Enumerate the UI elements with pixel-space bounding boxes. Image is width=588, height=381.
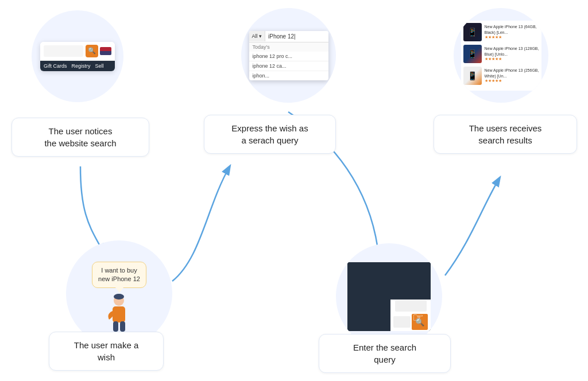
svg-rect-5 — [120, 321, 125, 332]
circle-autocomplete: All ▾ iPhone 12| Today's iphone 12 pro c… — [241, 8, 336, 103]
flag-icon — [100, 47, 111, 55]
autocomplete-suggestion-2: iphone 12 ca... — [249, 61, 328, 71]
product-image-2: 📱 — [463, 45, 482, 63]
search-input-visual — [44, 45, 83, 57]
product-stars-2: ★★★★★ — [485, 57, 539, 61]
nav-bar-visual: Gift Cards Registry Sell — [40, 61, 115, 71]
product-title-3: New Apple iPhone 13 (256GB, White) [Un..… — [485, 68, 539, 78]
label-text-3: Express the wish asa serach query — [231, 123, 308, 145]
product-image-3: 📱 — [463, 67, 482, 85]
cursor-icon: ☞ — [412, 310, 424, 325]
label-box-4: Enter the searchquery — [319, 334, 451, 373]
label-text-1: The user noticesthe website search — [44, 126, 116, 148]
label-box-5: The users receivessearch results — [434, 115, 577, 154]
circle-search-bar: 🔍 Gift Cards Registry Sell — [32, 10, 123, 102]
result-text-2: New Apple iPhone 13 (128GB, Blue) [Unlo.… — [485, 46, 539, 61]
result-item-2: 📱 New Apple iPhone 13 (128GB, Blue) [Unl… — [463, 45, 539, 63]
result-item-3: 📱 New Apple iPhone 13 (256GB, White) [Un… — [463, 67, 539, 85]
today-label: Today's — [249, 42, 328, 52]
svg-rect-4 — [113, 321, 118, 332]
product-image-1: 📱 — [463, 23, 482, 41]
nav-sell: Sell — [95, 63, 104, 69]
label-text-2: The user make awish — [74, 340, 139, 362]
label-box-2: The user make awish — [49, 332, 164, 371]
nav-registry: Registry — [72, 63, 91, 69]
person-illustration — [103, 294, 135, 337]
autocomplete-input-text: iPhone 12| — [265, 31, 328, 42]
svg-point-2 — [114, 294, 124, 300]
autocomplete-suggestion-1: iphone 12 pro c... — [249, 52, 328, 61]
searchbar-mockup: 🔍 Gift Cards Registry Sell — [40, 42, 115, 71]
results-mockup: 📱 New Apple iPhone 13 (64GB, Black) [Len… — [461, 21, 541, 91]
autocomplete-suggestion-3: iphon... — [249, 71, 328, 80]
diagram: 🔍 Gift Cards Registry Sell All ▾ iPhone … — [0, 0, 588, 381]
nav-gift-cards: Gift Cards — [44, 63, 67, 69]
label-text-5: The users receivessearch results — [469, 123, 542, 145]
product-title-1: New Apple iPhone 13 (64GB, Black) [Len..… — [485, 24, 539, 34]
svg-rect-3 — [113, 306, 125, 322]
circle-person: I want to buynew iPhone 12 — [66, 240, 172, 347]
product-stars-1: ★★★★★ — [485, 35, 539, 40]
all-dropdown: All ▾ — [249, 31, 266, 41]
label-text-4: Enter the searchquery — [353, 343, 416, 364]
search-button-visual: 🔍 — [86, 45, 98, 57]
label-box-1: The user noticesthe website search — [11, 118, 149, 157]
autocomplete-mockup: All ▾ iPhone 12| Today's iphone 12 pro c… — [249, 31, 328, 80]
product-stars-3: ★★★★★ — [485, 79, 539, 83]
person-content: I want to buynew iPhone 12 — [66, 240, 172, 347]
speech-bubble: I want to buynew iPhone 12 — [92, 262, 146, 289]
result-text-1: New Apple iPhone 13 (64GB, Black) [Len..… — [485, 24, 539, 39]
label-box-3: Express the wish asa serach query — [204, 115, 336, 154]
circle-results: 📱 New Apple iPhone 13 (64GB, Black) [Len… — [454, 8, 548, 103]
product-title-2: New Apple iPhone 13 (128GB, Blue) [Unlo.… — [485, 46, 539, 56]
result-item-1: 📱 New Apple iPhone 13 (64GB, Black) [Len… — [463, 23, 539, 41]
result-text-3: New Apple iPhone 13 (256GB, White) [Un..… — [485, 68, 539, 83]
search-click-mockup: 🔍 ☞ — [347, 262, 431, 331]
